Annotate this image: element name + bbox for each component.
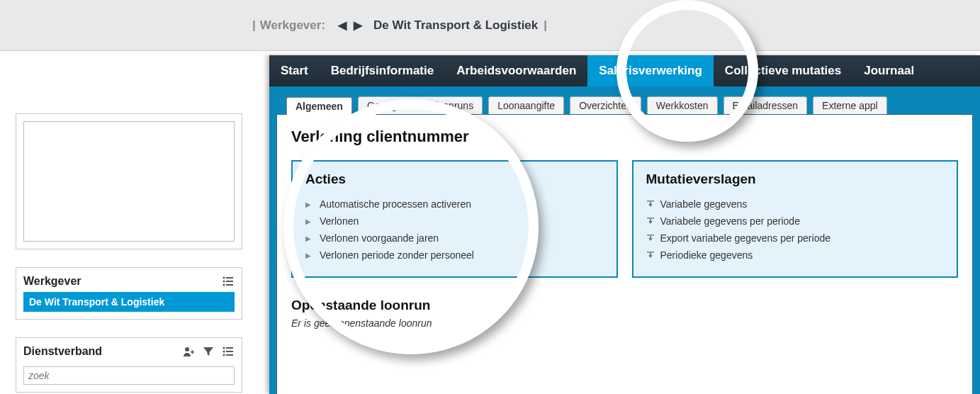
dienstverband-panel: Dienstverband: [16, 337, 242, 393]
triangle-right-icon: ▶: [305, 252, 314, 259]
svg-point-0: [223, 277, 225, 279]
list-icon[interactable]: [222, 345, 235, 358]
acties-item-label: Verlonen voorgaande jaren: [320, 232, 439, 244]
menu-journaal[interactable]: Journaal: [852, 55, 925, 86]
svg-point-11: [223, 351, 225, 353]
employer-selected-item[interactable]: De Wit Transport & Logistiek: [23, 292, 235, 312]
subtabs: Algemeen Goedgekeurde loonruns Loonaangi…: [269, 86, 980, 114]
triangle-right-icon: ▶: [305, 235, 314, 242]
download-icon: [646, 251, 655, 259]
svg-point-4: [223, 284, 225, 286]
svg-point-13: [223, 354, 225, 356]
mutatieverslagen-title: Mutatieverslagen: [646, 171, 945, 187]
page-title: Verloning clientnummer: [291, 128, 958, 146]
menu-bedrijfsinformatie[interactable]: Bedrijfsinformatie: [320, 55, 445, 86]
mutatie-item[interactable]: Periodieke gegevens: [646, 247, 945, 264]
openstaande-loonrun-section: Openstaande loonrun Er is geen openstaan…: [291, 298, 958, 329]
dienstverband-section-title: Dienstverband: [23, 345, 102, 358]
dienstverband-search-input[interactable]: [23, 366, 235, 385]
content: Verloning clientnummer Acties ▶Automatis…: [276, 114, 973, 394]
svg-point-2: [223, 281, 225, 283]
employer-section-title: Werkgever: [23, 275, 81, 288]
subtab-werkkosten[interactable]: Werkkosten: [647, 96, 718, 114]
add-person-icon[interactable]: [182, 345, 195, 358]
svg-rect-17: [647, 235, 654, 236]
employer-label: Werkgever:: [260, 18, 325, 33]
menu-collectieve-mutaties[interactable]: Collectieve mutaties: [714, 55, 852, 86]
svg-rect-18: [647, 252, 654, 253]
image-panel: [16, 113, 242, 249]
acties-item[interactable]: ▶Verlonen voorgaande jaren: [305, 230, 604, 247]
filter-icon[interactable]: [202, 345, 215, 358]
svg-rect-3: [226, 281, 233, 282]
svg-rect-5: [226, 284, 233, 286]
prev-employer-arrow-icon[interactable]: ◀: [338, 18, 347, 32]
acties-item[interactable]: ▶Automatische processen activeren: [305, 196, 604, 213]
employer-name: De Wit Transport & Logistiek: [373, 18, 538, 33]
download-icon: [646, 217, 655, 225]
list-icon[interactable]: [222, 275, 235, 288]
sidebar: Werkgever De Wit Transport & Logistiek D…: [16, 113, 242, 394]
svg-rect-15: [647, 201, 654, 202]
download-icon: [646, 234, 655, 242]
pipe: |: [543, 18, 547, 33]
subtab-loonaangifte[interactable]: Loonaangifte: [488, 96, 564, 114]
acties-title: Acties: [305, 171, 604, 187]
download-icon: [646, 200, 655, 208]
next-employer-arrow-icon[interactable]: ▶: [354, 18, 362, 32]
mutatie-item[interactable]: Export variabele gegevens per periode: [646, 230, 945, 247]
svg-rect-10: [226, 347, 233, 349]
subtab-goedgekeurde-loonruns[interactable]: Goedgekeurde loonruns: [358, 96, 483, 114]
triangle-right-icon: ▶: [305, 218, 314, 225]
menu-start[interactable]: Start: [269, 55, 320, 86]
acties-item[interactable]: ▶Verlonen periode zonder personeel: [305, 247, 604, 264]
mutatie-item[interactable]: Variabele gegevens: [646, 196, 945, 213]
menu-arbeidsvoorwaarden[interactable]: Arbeidsvoorwaarden: [445, 55, 587, 86]
employer-image-placeholder: [23, 121, 235, 242]
mutatie-item-label: Variabele gegevens: [660, 198, 748, 210]
mutatie-item-label: Variabele gegevens per periode: [660, 215, 800, 227]
openstaande-loonrun-message: Er is geen openstaande loonrun: [291, 317, 958, 329]
svg-point-9: [223, 347, 225, 349]
main-area: Start Bedrijfsinformatie Arbeidsvoorwaar…: [269, 55, 980, 394]
subtab-algemeen[interactable]: Algemeen: [286, 97, 352, 115]
menubar: Start Bedrijfsinformatie Arbeidsvoorwaar…: [269, 55, 980, 86]
svg-rect-14: [226, 354, 233, 356]
acties-item-label: Automatische processen activeren: [320, 198, 471, 210]
svg-rect-12: [226, 351, 233, 352]
svg-rect-1: [226, 277, 233, 278]
mutatie-item-label: Periodieke gegevens: [660, 249, 753, 261]
openstaande-loonrun-title: Openstaande loonrun: [291, 298, 958, 313]
acties-card: Acties ▶Automatische processen activeren…: [291, 160, 618, 278]
mutatieverslagen-card: Mutatieverslagen Variabele gegevens Vari…: [632, 160, 959, 278]
menu-salarisverwerking[interactable]: Salarisverwerking: [587, 55, 714, 86]
subtab-emailadressen[interactable]: Emailadressen: [723, 96, 808, 114]
triangle-right-icon: ▶: [305, 201, 314, 208]
acties-item[interactable]: ▶Verlonen: [305, 213, 604, 230]
svg-rect-8: [192, 350, 193, 354]
mutatie-item-label: Export variabele gegevens per periode: [660, 232, 831, 244]
pipe: |: [252, 18, 256, 33]
acties-item-label: Verlonen: [320, 215, 359, 227]
topbar: | Werkgever: ◀ ▶ De Wit Transport & Logi…: [0, 0, 980, 51]
mutatie-item[interactable]: Variabele gegevens per periode: [646, 213, 945, 230]
employer-panel: Werkgever De Wit Transport & Logistiek: [16, 267, 242, 320]
svg-point-6: [185, 347, 189, 351]
svg-rect-16: [647, 218, 654, 219]
subtab-overzichten[interactable]: Overzichten: [570, 96, 641, 114]
acties-item-label: Verlonen periode zonder personeel: [320, 249, 474, 261]
subtab-externe-appl[interactable]: Externe appl: [813, 96, 887, 114]
